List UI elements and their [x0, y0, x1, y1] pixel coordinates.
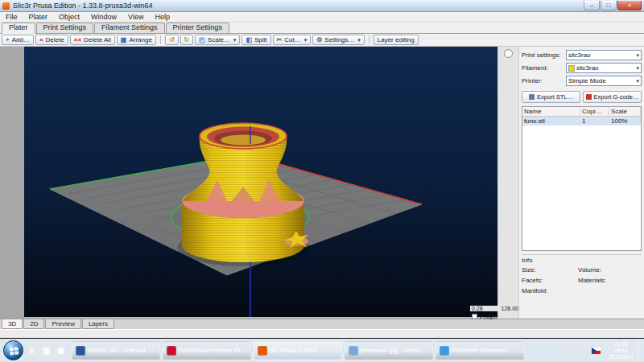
minimize-button[interactable]: –	[584, 1, 600, 10]
3d-viewport[interactable]	[24, 47, 497, 317]
tray-app-icon[interactable]: ◉	[566, 347, 572, 354]
chevron-down-icon: ▾	[636, 78, 639, 84]
media-player-icon[interactable]: ◉	[55, 344, 67, 356]
window-title: Slic3r Prusa Edition - 1.33.8-prusa3d-wi…	[13, 2, 583, 10]
column-header-name[interactable]: Name	[522, 107, 580, 116]
column-header-copies[interactable]: Copi…	[580, 107, 609, 116]
export-stl-button[interactable]: Export STL…	[522, 91, 580, 103]
one-layer-checkbox[interactable]	[472, 314, 477, 319]
layer-slider-knob[interactable]	[504, 49, 513, 58]
rotate-ccw-button[interactable]: ↺	[165, 35, 179, 45]
info-panel: Info Size: Volume: Facets: Materials: Ma…	[522, 254, 642, 298]
rotate-ccw-icon: ↺	[169, 37, 175, 43]
filament-color-swatch	[568, 65, 575, 72]
rotate-cw-icon: ↻	[184, 37, 190, 43]
manifold-label: Manifold:	[522, 287, 578, 294]
scale-dropdown-icon: ▾	[233, 37, 237, 43]
taskbar-clock[interactable]: 21:16 úterý 28.3.2017	[605, 341, 638, 360]
one-layer-label: 1 Layer	[479, 314, 497, 319]
taskbar-item-slic3r[interactable]: 3D Prusa Edition	[254, 341, 342, 360]
show-desktop-button[interactable]	[638, 339, 644, 362]
info-title: Info	[522, 257, 642, 264]
layer-low-value: 0.28	[472, 306, 483, 311]
start-button[interactable]	[3, 340, 23, 360]
3d-scene	[24, 47, 497, 317]
menu-help[interactable]: Help	[149, 12, 175, 22]
scale-button[interactable]: ◰ Scale… ▾	[195, 35, 240, 45]
size-label: Size:	[522, 266, 578, 274]
keyboard-layout-flag-icon[interactable]	[592, 348, 601, 354]
tab-print-settings[interactable]: Print Settings	[36, 23, 94, 33]
arrange-button[interactable]: ▦ Arrange	[117, 35, 156, 45]
arrange-icon: ▦	[121, 37, 127, 43]
tab-plater[interactable]: Plater	[2, 23, 35, 34]
printer-label: Printer:	[522, 77, 566, 84]
tray-volume-icon[interactable]: ◗	[584, 347, 588, 354]
filament-select[interactable]: slic3rao ▾	[566, 63, 642, 73]
plater-toolbar: + Add… × Delete ×× Delete All ▦ Arrange …	[0, 34, 644, 47]
chevron-down-icon: ▾	[636, 65, 639, 72]
menu-plater[interactable]: Plater	[23, 12, 54, 22]
taskbar-item-word[interactable]: MOBIL 3D - Odeslat o…	[72, 341, 160, 360]
display-icon	[440, 346, 449, 356]
cut-button[interactable]: ✂ Cut… ▾	[273, 35, 312, 45]
delete-button[interactable]: × Delete	[35, 35, 68, 45]
printer-select[interactable]: Simple Mode ▾	[566, 76, 642, 86]
slic3r-app-icon	[258, 346, 267, 356]
layer-slider[interactable]	[497, 47, 518, 319]
view-tab-2d[interactable]: 2D	[23, 319, 44, 329]
delete-all-button[interactable]: ×× Delete All	[70, 35, 115, 45]
tab-filament-settings[interactable]: Filament Settings	[94, 23, 165, 33]
menu-object[interactable]: Object	[53, 12, 85, 22]
taskbar-item-inventor[interactable]: Natížková Inventor Pr…	[163, 341, 251, 360]
objects-table: Name Copi… Scale funo.stl 1 100%	[522, 106, 642, 251]
print-settings-select[interactable]: slic3rao ▾	[566, 50, 642, 60]
rotate-cw-button[interactable]: ↻	[180, 35, 194, 45]
taskbar-item-image-viewer[interactable]: jehlovka1.jpg - Moho…	[345, 341, 433, 360]
settings-dropdown-icon: ▾	[357, 37, 361, 43]
menu-file[interactable]: File	[0, 12, 23, 22]
sidebar: Print settings: slic3rao ▾ Filament: sli…	[518, 47, 644, 319]
filament-label: Filament:	[522, 64, 566, 72]
cut-dropdown-icon: ▾	[304, 37, 308, 43]
statusbar	[0, 329, 644, 338]
view-tab-3d[interactable]: 3D	[2, 319, 23, 329]
word-doc-icon	[76, 346, 85, 356]
titlebar[interactable]: Slic3r Prusa Edition - 1.33.8-prusa3d-wi…	[0, 0, 644, 12]
delete-all-icon: ××	[74, 37, 81, 43]
column-header-scale[interactable]: Scale	[609, 107, 641, 116]
settings-icon: ⚙	[316, 37, 322, 43]
menu-view[interactable]: View	[122, 12, 149, 22]
menubar: File Plater Object Window View Help	[0, 12, 644, 23]
taskbar: e ▥ ◉ MOBIL 3D - Odeslat o… Natížková In…	[0, 338, 644, 362]
view-tab-layers[interactable]: Layers	[82, 319, 114, 329]
quick-launch: e ▥ ◉	[26, 344, 67, 356]
toolbar-separator	[369, 35, 369, 44]
explorer-icon[interactable]: ▥	[40, 344, 52, 356]
layer-editing-button[interactable]: Layer editing	[374, 35, 419, 45]
volume-label: Volume:	[578, 266, 642, 274]
taskbar-item-display-settings[interactable]: Rozlišení zobrazení	[436, 341, 524, 360]
view-tab-preview[interactable]: Preview	[45, 319, 80, 329]
maximize-button[interactable]: □	[601, 1, 617, 10]
print-settings-label: Print settings:	[522, 51, 566, 59]
menu-window[interactable]: Window	[85, 12, 122, 22]
tab-printer-settings[interactable]: Printer Settings	[166, 23, 230, 33]
export-gcode-button[interactable]: Export G-code…	[583, 91, 642, 103]
settings-button[interactable]: ⚙ Settings… ▾	[312, 35, 365, 45]
split-button[interactable]: ◧ Split	[242, 35, 270, 45]
view-tabbar: 3D 2D Preview Layers	[0, 319, 644, 329]
toolbar-separator	[160, 35, 161, 44]
layer-range-readout: 0.28 128.00 1 Layer	[470, 306, 520, 319]
tray-network-icon[interactable]: ▦	[575, 347, 581, 354]
tray-expand-icon[interactable]: ▴	[559, 347, 563, 354]
gcode-file-icon	[586, 94, 592, 100]
stl-file-icon	[529, 94, 535, 100]
table-row[interactable]: funo.stl 1 100%	[522, 117, 641, 125]
windows-logo-icon	[10, 347, 19, 355]
add-icon: +	[6, 37, 10, 43]
add-button[interactable]: + Add…	[2, 35, 34, 45]
slic3r-window: Slic3r Prusa Edition - 1.33.8-prusa3d-wi…	[0, 0, 644, 362]
internet-explorer-icon[interactable]: e	[26, 344, 38, 356]
close-button[interactable]: ×	[617, 1, 642, 10]
